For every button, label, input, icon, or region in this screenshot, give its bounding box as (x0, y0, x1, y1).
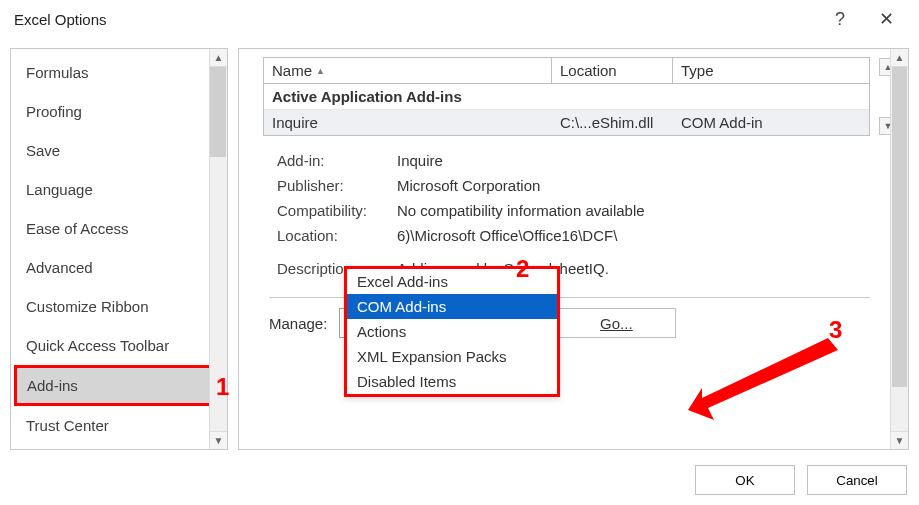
label-addin: Add-in: (277, 152, 397, 169)
annotation-1: 1 (216, 373, 229, 401)
addins-grid-wrap: Name ▲ Location Type Active Application … (263, 57, 898, 136)
main-panel: Name ▲ Location Type Active Application … (238, 48, 909, 450)
sidebar-item-save[interactable]: Save (14, 131, 224, 170)
cell-name: Inquire (264, 110, 552, 135)
scroll-down-icon[interactable]: ▼ (210, 431, 227, 449)
main-scrollbar[interactable]: ▲ ▼ (890, 49, 908, 449)
annotation-2: 2 (516, 255, 529, 283)
scroll-up-icon[interactable]: ▲ (210, 49, 227, 67)
close-button[interactable]: ✕ (863, 4, 909, 34)
sidebar-item-language[interactable]: Language (14, 170, 224, 209)
manage-label: Manage: (269, 315, 327, 332)
sidebar-list: Formulas Proofing Save Language Ease of … (14, 53, 224, 445)
sidebar-item-ease-of-access[interactable]: Ease of Access (14, 209, 224, 248)
annotation-3: 3 (829, 316, 842, 344)
value-addin: Inquire (397, 152, 870, 169)
main-scroll-up-icon[interactable]: ▲ (891, 49, 908, 67)
cancel-button[interactable]: Cancel (807, 465, 907, 495)
window-title: Excel Options (10, 11, 817, 28)
sidebar-item-trust-center[interactable]: Trust Center (14, 406, 224, 445)
go-button-text: Go... (600, 315, 633, 332)
sidebar-item-proofing[interactable]: Proofing (14, 92, 224, 131)
titlebar: Excel Options ? ✕ (0, 0, 919, 38)
manage-dropdown-popup: Excel Add-ins COM Add-ins Actions XML Ex… (344, 266, 560, 397)
dropdown-item-com-addins[interactable]: COM Add-ins (347, 294, 557, 319)
col-header-type[interactable]: Type (673, 58, 869, 83)
col-header-location[interactable]: Location (552, 58, 673, 83)
sidebar: Formulas Proofing Save Language Ease of … (10, 48, 228, 450)
help-button[interactable]: ? (817, 4, 863, 34)
label-publisher: Publisher: (277, 177, 397, 194)
sidebar-scroll-thumb[interactable] (210, 67, 226, 157)
sidebar-item-quick-access-toolbar[interactable]: Quick Access Toolbar (14, 326, 224, 365)
label-location: Location: (277, 227, 397, 244)
go-button[interactable]: Go... (556, 308, 676, 338)
dropdown-item-disabled-items[interactable]: Disabled Items (347, 369, 557, 394)
value-location: 6)\Microsoft Office\Office16\DCF\ (397, 227, 870, 244)
sidebar-item-advanced[interactable]: Advanced (14, 248, 224, 287)
ok-button[interactable]: OK (695, 465, 795, 495)
value-publisher: Microsoft Corporation (397, 177, 870, 194)
dialog-footer: OK Cancel (695, 465, 907, 495)
label-compatibility: Compatibility: (277, 202, 397, 219)
addins-grid: Name ▲ Location Type Active Application … (263, 57, 870, 136)
cell-location: C:\...eShim.dll (552, 110, 673, 135)
sidebar-item-formulas[interactable]: Formulas (14, 53, 224, 92)
main-scroll-thumb[interactable] (892, 67, 907, 387)
cell-type: COM Add-in (673, 110, 869, 135)
dropdown-item-xml-expansion-packs[interactable]: XML Expansion Packs (347, 344, 557, 369)
addin-details: Add-in:Inquire Publisher:Microsoft Corpo… (263, 150, 870, 283)
value-compatibility: No compatibility information available (397, 202, 870, 219)
sort-asc-icon: ▲ (316, 66, 325, 76)
sidebar-item-add-ins[interactable]: Add-ins (14, 365, 224, 406)
main-scroll-down-icon[interactable]: ▼ (891, 431, 908, 449)
grid-body: Active Application Add-ins Inquire C:\..… (264, 84, 869, 135)
col-header-name-text: Name (272, 62, 312, 79)
sidebar-item-customize-ribbon[interactable]: Customize Ribbon (14, 287, 224, 326)
col-header-name[interactable]: Name ▲ (264, 58, 552, 83)
dropdown-item-actions[interactable]: Actions (347, 319, 557, 344)
grid-header-row: Name ▲ Location Type (264, 58, 869, 84)
grid-row[interactable]: Inquire C:\...eShim.dll COM Add-in (264, 110, 869, 135)
grid-section-active: Active Application Add-ins (264, 84, 869, 110)
